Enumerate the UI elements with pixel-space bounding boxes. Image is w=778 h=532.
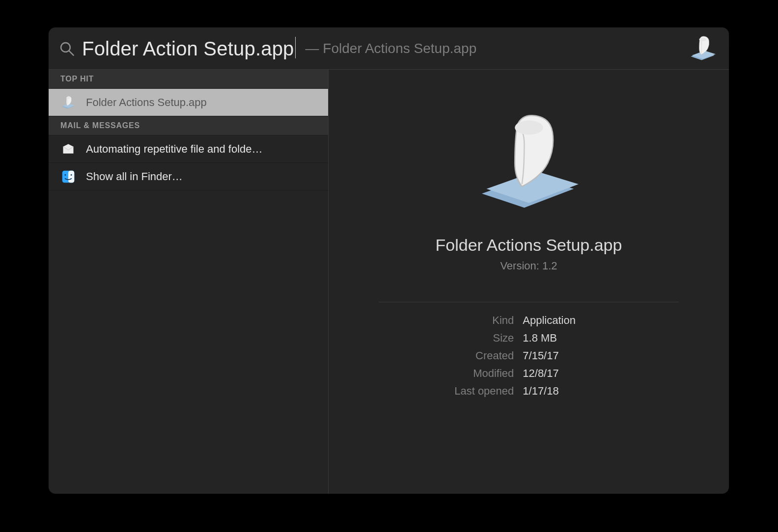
result-top-hit[interactable]: Folder Actions Setup.app <box>49 89 328 116</box>
search-bar: Folder Action Setup.app — Folder Actions… <box>49 27 729 70</box>
section-header-mail: MAIL & MESSAGES <box>49 116 328 135</box>
text-caret <box>295 37 296 58</box>
result-label: Folder Actions Setup.app <box>86 96 207 109</box>
meta-value-size: 1.8 MB <box>523 332 651 345</box>
preview-version: Version: 1.2 <box>500 260 557 272</box>
meta-label-created: Created <box>406 349 514 362</box>
meta-value-last-opened: 1/17/18 <box>523 385 651 398</box>
meta-value-kind: Application <box>523 314 651 327</box>
show-all-in-finder[interactable]: Show all in Finder… <box>49 163 328 190</box>
search-icon <box>58 40 75 57</box>
preview-app-icon <box>465 104 593 222</box>
meta-value-created: 7/15/17 <box>523 349 651 362</box>
section-header-top-hit: TOP HIT <box>49 70 328 89</box>
preview-title: Folder Actions Setup.app <box>436 236 622 255</box>
finder-row-label: Show all in Finder… <box>86 170 183 183</box>
search-input[interactable]: Folder Action Setup.app <box>82 37 296 60</box>
meta-label-kind: Kind <box>406 314 514 327</box>
script-app-icon <box>60 95 76 110</box>
search-query-text: Folder Action Setup.app <box>82 38 294 59</box>
result-mail-item[interactable]: Automating repetitive file and folde… <box>49 135 328 163</box>
result-label: Automating repetitive file and folde… <box>86 143 263 156</box>
mail-icon <box>60 141 76 157</box>
spotlight-window: Folder Action Setup.app — Folder Actions… <box>49 27 729 494</box>
divider <box>379 302 679 302</box>
finder-icon <box>60 169 76 185</box>
search-completion: — Folder Actions Setup.app <box>306 41 681 56</box>
meta-label-last-opened: Last opened <box>406 385 514 398</box>
metadata-grid: Kind Application Size 1.8 MB Created 7/1… <box>406 314 651 398</box>
app-thumbnail-icon <box>688 33 718 64</box>
preview-pane: Folder Actions Setup.app Version: 1.2 Ki… <box>329 70 729 494</box>
meta-label-modified: Modified <box>406 367 514 380</box>
content-body: TOP HIT Folder Actions Setup.app MAIL & … <box>49 70 729 494</box>
results-sidebar: TOP HIT Folder Actions Setup.app MAIL & … <box>49 70 329 494</box>
meta-value-modified: 12/8/17 <box>523 367 651 380</box>
meta-label-size: Size <box>406 332 514 345</box>
